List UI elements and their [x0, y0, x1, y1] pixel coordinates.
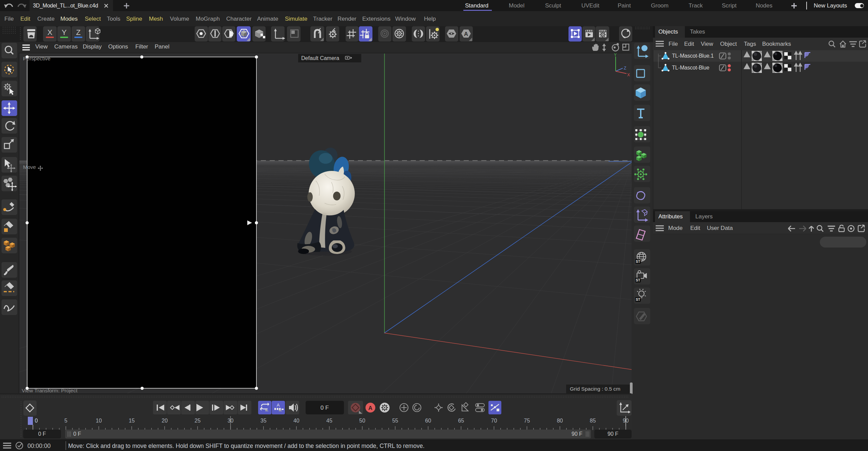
svg-text:85: 85 [590, 418, 596, 424]
svg-text:A: A [277, 403, 280, 408]
svg-text:View Transform: Project: View Transform: Project [22, 388, 78, 393]
svg-text:ST: ST [636, 298, 640, 301]
svg-text:40: 40 [293, 418, 300, 424]
svg-text:80: 80 [557, 418, 563, 424]
svg-text:X: X [47, 28, 53, 37]
svg-text:65: 65 [458, 418, 464, 424]
svg-text:Z: Z [624, 66, 626, 71]
svg-text:ST: ST [636, 278, 640, 282]
svg-text:5: 5 [64, 418, 67, 424]
svg-text:ST: ST [636, 260, 640, 263]
svg-text:X: X [627, 73, 630, 77]
svg-text:Y: Y [62, 28, 67, 37]
svg-text:45: 45 [326, 418, 332, 424]
svg-text:0 F: 0 F [73, 431, 81, 437]
svg-text:50: 50 [359, 418, 365, 424]
svg-text:70: 70 [491, 418, 497, 424]
svg-text:20: 20 [162, 418, 168, 424]
svg-text:Z: Z [76, 28, 80, 37]
svg-text:15: 15 [129, 418, 135, 424]
svg-text:Grid Spacing : 0.5 cm: Grid Spacing : 0.5 cm [570, 386, 620, 392]
svg-text:0 F: 0 F [321, 405, 329, 411]
svg-text:Move: Move [23, 164, 36, 170]
svg-text:Perspective: Perspective [23, 56, 51, 61]
svg-text:Default Camera: Default Camera [301, 55, 339, 61]
svg-text:10: 10 [96, 418, 102, 424]
svg-text:25: 25 [195, 418, 201, 424]
svg-text:90 F: 90 F [607, 431, 618, 437]
svg-text:0 F: 0 F [38, 431, 46, 437]
svg-text:75: 75 [524, 418, 530, 424]
svg-text:Y: Y [614, 53, 617, 57]
svg-text:A: A [368, 405, 372, 411]
svg-text:60: 60 [425, 418, 431, 424]
svg-text:35: 35 [261, 418, 267, 424]
svg-text:A: A [464, 31, 468, 37]
svg-text:90 F: 90 F [572, 431, 582, 437]
svg-text:0: 0 [35, 418, 38, 424]
svg-text:55: 55 [392, 418, 398, 424]
